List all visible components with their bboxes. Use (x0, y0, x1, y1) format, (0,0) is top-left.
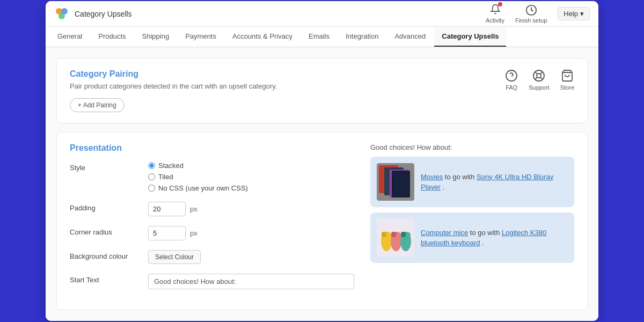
svg-rect-28 (401, 232, 406, 237)
style-tiled-option[interactable]: Tiled (148, 173, 354, 181)
svg-line-8 (535, 72, 537, 74)
style-tiled-label: Tiled (158, 173, 173, 181)
tab-products[interactable]: Products (91, 27, 133, 47)
preview-header: Good choices! How about: (370, 143, 574, 151)
start-text-label: Start Text (70, 274, 140, 284)
tab-advanced[interactable]: Advanced (387, 27, 433, 47)
style-radio-group: Stacked Tiled No CSS (use your own CSS) (148, 162, 354, 192)
finish-setup-button[interactable]: Finish setup (515, 4, 547, 24)
top-bar: Category Upsells Activity Finish set (46, 1, 598, 27)
svg-line-9 (540, 77, 543, 79)
start-text-input[interactable] (148, 274, 354, 289)
background-colour-row: Background colour Select Colour (70, 250, 354, 264)
padding-unit: px (190, 205, 197, 213)
computer-mice-link[interactable]: Computer mice (421, 229, 468, 237)
tab-payments[interactable]: Payments (178, 27, 224, 47)
style-stacked-radio[interactable] (148, 162, 155, 169)
section-header-left: Category Pairing Pair product categories… (70, 69, 277, 90)
corner-radius-label: Corner radius (70, 226, 140, 236)
start-text-control (148, 274, 354, 289)
store-label: Store (560, 84, 574, 91)
style-label: Style (70, 162, 140, 172)
section-actions: FAQ Support (505, 69, 574, 91)
style-no-css-option[interactable]: No CSS (use your own CSS) (148, 184, 354, 192)
svg-point-4 (506, 70, 517, 81)
movies-link[interactable]: Movies (421, 173, 443, 181)
category-pairing-section: Category Pairing Pair product categories… (56, 58, 588, 123)
background-colour-control: Select Colour (148, 250, 354, 264)
presentation-section: Presentation Style Stacked Tiled (56, 132, 588, 310)
preview-text-suffix-1: . (442, 183, 444, 191)
preview-text-middle-2: to go with (470, 229, 502, 237)
category-pairing-title: Category Pairing (70, 69, 277, 79)
tab-accounts-privacy[interactable]: Accounts & Privacy (225, 27, 300, 47)
add-pairing-button[interactable]: + Add Pairing (70, 98, 125, 112)
activity-button[interactable]: Activity (486, 4, 504, 24)
preview-card-1: Movies to go with Sony 4K Ultra HD Blura… (370, 157, 574, 207)
preview-img-1 (377, 163, 414, 201)
select-colour-button[interactable]: Select Colour (148, 250, 201, 264)
corner-radius-input[interactable] (148, 226, 186, 240)
preview-text-middle-1: to go with (445, 173, 477, 181)
svg-rect-22 (382, 232, 386, 237)
corner-radius-unit: px (190, 229, 197, 237)
support-icon (532, 69, 545, 82)
support-button[interactable]: Support (529, 69, 550, 91)
top-bar-left: Category Upsells (54, 6, 132, 21)
chevron-down-icon: ▾ (580, 10, 584, 18)
preview-text-suffix-2: . (482, 239, 484, 247)
preview-img-2 (377, 219, 414, 257)
preview-panel: Good choices! How about: (370, 143, 574, 299)
start-text-row: Start Text (70, 274, 354, 289)
finish-setup-label: Finish setup (515, 17, 547, 24)
store-icon (561, 69, 574, 82)
tab-emails[interactable]: Emails (301, 27, 337, 47)
style-row: Style Stacked Tiled No CSS (use your (70, 162, 354, 192)
activity-badge (498, 2, 502, 6)
presentation-form: Presentation Style Stacked Tiled (70, 143, 354, 299)
support-label: Support (529, 84, 550, 91)
add-pairing-label: + Add Pairing (78, 101, 116, 109)
presentation-title: Presentation (70, 143, 354, 153)
app-title: Category Upsells (75, 10, 132, 18)
tab-category-upsells[interactable]: Category Upsells (434, 27, 506, 47)
faq-button[interactable]: FAQ (505, 69, 518, 91)
style-no-css-label: No CSS (use your own CSS) (158, 184, 248, 192)
section-header: Category Pairing Pair product categories… (70, 69, 574, 91)
activity-label: Activity (486, 17, 504, 24)
tab-integration[interactable]: Integration (338, 27, 386, 47)
style-tiled-radio[interactable] (148, 173, 155, 180)
padding-label: Padding (70, 202, 140, 212)
app-logo (54, 6, 69, 21)
mice-image (377, 219, 414, 257)
preview-text-1: Movies to go with Sony 4K Ultra HD Blura… (421, 172, 568, 193)
nav-tabs: General Products Shipping Payments Accou… (46, 27, 598, 47)
svg-line-10 (540, 72, 543, 74)
padding-control: px (148, 202, 354, 216)
faq-label: FAQ (506, 84, 517, 91)
tab-shipping[interactable]: Shipping (135, 27, 177, 47)
tab-general[interactable]: General (50, 27, 90, 47)
svg-point-2 (58, 13, 65, 19)
corner-radius-control: px (148, 226, 354, 240)
store-button[interactable]: Store (560, 69, 574, 91)
app-window: Category Upsells Activity Finish set (46, 1, 598, 321)
finish-setup-icon (525, 4, 537, 16)
activity-icon-wrap (490, 4, 501, 16)
svg-rect-18 (393, 172, 409, 196)
svg-point-7 (537, 74, 541, 78)
category-pairing-desc: Pair product categories detected in the … (70, 82, 277, 90)
main-content: Category Pairing Pair product categories… (46, 47, 598, 321)
style-stacked-label: Stacked (158, 162, 184, 170)
svg-line-11 (535, 77, 537, 79)
style-no-css-radio[interactable] (148, 185, 155, 192)
help-label: Help (564, 10, 578, 18)
padding-input[interactable] (148, 202, 186, 216)
top-bar-right: Activity Finish setup Help ▾ (486, 4, 590, 24)
background-colour-label: Background colour (70, 250, 140, 260)
preview-card-2: Computer mice to go with Logitech K380 b… (370, 213, 574, 263)
help-button[interactable]: Help ▾ (558, 7, 590, 20)
style-stacked-option[interactable]: Stacked (148, 162, 354, 170)
svg-rect-25 (391, 232, 396, 237)
corner-radius-row: Corner radius px (70, 226, 354, 240)
